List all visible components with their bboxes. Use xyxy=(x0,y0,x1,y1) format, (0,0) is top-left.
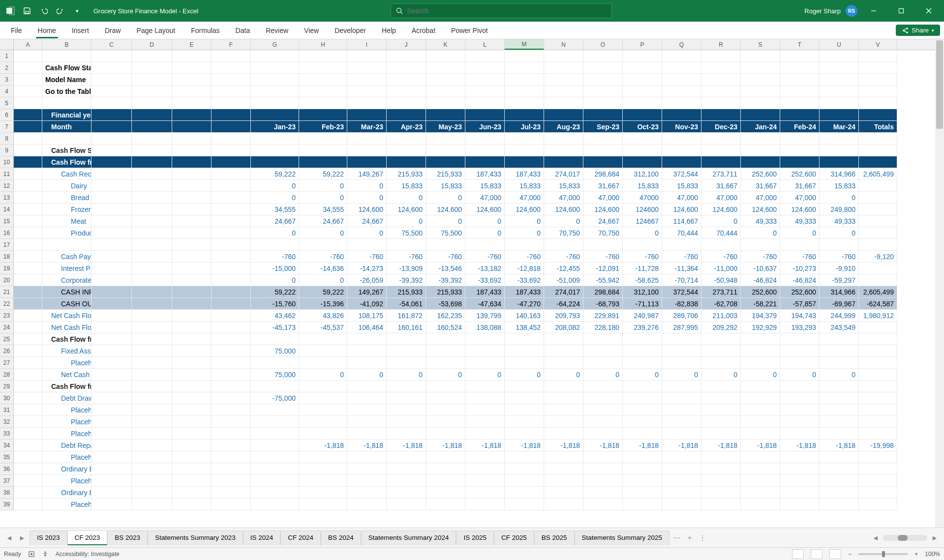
cell[interactable]: -10,273 xyxy=(780,263,820,274)
row-header[interactable]: 9 xyxy=(0,145,14,156)
share-button[interactable]: Share▾ xyxy=(896,25,940,36)
cell[interactable]: 0 xyxy=(426,192,465,204)
cell[interactable]: 138,452 xyxy=(505,322,544,333)
cell[interactable] xyxy=(544,381,583,392)
cell[interactable] xyxy=(132,451,172,463)
cell[interactable] xyxy=(859,428,897,440)
cell[interactable] xyxy=(91,227,132,239)
cell[interactable] xyxy=(14,416,42,428)
cell[interactable] xyxy=(623,74,662,86)
cell[interactable] xyxy=(299,357,347,369)
cell[interactable] xyxy=(701,416,741,428)
cell[interactable] xyxy=(859,463,897,475)
cell[interactable]: Cash Flow Statement xyxy=(42,62,91,74)
row-header[interactable]: 27 xyxy=(0,357,14,369)
zoom-out-button[interactable]: − xyxy=(848,551,852,558)
column-header-M[interactable]: M xyxy=(505,39,544,50)
cell[interactable] xyxy=(132,333,172,345)
cell[interactable] xyxy=(132,298,172,310)
column-header-K[interactable]: K xyxy=(426,39,465,50)
cell[interactable]: Placeholder 1 xyxy=(42,475,91,487)
cell[interactable] xyxy=(132,251,172,263)
cell[interactable] xyxy=(212,369,251,381)
cell[interactable]: 209,793 xyxy=(544,310,583,322)
cell[interactable] xyxy=(172,333,212,345)
cell[interactable] xyxy=(820,392,859,404)
cell[interactable] xyxy=(426,487,465,499)
cell[interactable] xyxy=(859,322,897,333)
cell[interactable]: 252,600 xyxy=(741,286,780,298)
cell[interactable] xyxy=(465,239,505,251)
cell[interactable]: Cash Flow from Financing Activities xyxy=(42,381,91,392)
cell[interactable] xyxy=(859,263,897,274)
cell[interactable] xyxy=(662,50,701,62)
cell[interactable]: -50,948 xyxy=(701,274,741,286)
redo-button[interactable] xyxy=(54,4,67,17)
cell[interactable] xyxy=(465,428,505,440)
row-header[interactable]: 11 xyxy=(0,168,14,180)
cell[interactable] xyxy=(14,215,42,227)
cell[interactable] xyxy=(91,251,132,263)
cell[interactable] xyxy=(347,381,387,392)
cell[interactable] xyxy=(426,463,465,475)
cell[interactable] xyxy=(583,50,623,62)
cell[interactable] xyxy=(465,487,505,499)
cell[interactable] xyxy=(172,168,212,180)
cell[interactable]: Dec-23 xyxy=(701,121,741,133)
cell[interactable] xyxy=(91,333,132,345)
cell[interactable] xyxy=(623,463,662,475)
cell[interactable] xyxy=(426,133,465,145)
view-page-layout-button[interactable] xyxy=(811,549,822,559)
cell[interactable] xyxy=(662,97,701,109)
cell[interactable] xyxy=(14,251,42,263)
cell[interactable] xyxy=(172,109,212,121)
cell[interactable] xyxy=(465,50,505,62)
cell[interactable]: 0 xyxy=(426,215,465,227)
cell[interactable] xyxy=(583,109,623,121)
cell[interactable]: -82,838 xyxy=(662,298,701,310)
cell[interactable] xyxy=(172,239,212,251)
cell[interactable] xyxy=(14,192,42,204)
row-header[interactable]: 32 xyxy=(0,416,14,428)
row-header[interactable]: 30 xyxy=(0,392,14,404)
cell[interactable] xyxy=(820,50,859,62)
cell[interactable] xyxy=(583,428,623,440)
cell[interactable] xyxy=(583,392,623,404)
cell[interactable] xyxy=(623,333,662,345)
cell[interactable] xyxy=(465,345,505,357)
cell[interactable] xyxy=(820,86,859,97)
cell[interactable] xyxy=(347,145,387,156)
cell[interactable] xyxy=(91,286,132,298)
cell[interactable] xyxy=(299,428,347,440)
cell[interactable] xyxy=(780,109,820,121)
cell[interactable] xyxy=(42,97,91,109)
cell[interactable] xyxy=(347,109,387,121)
cell[interactable] xyxy=(387,239,426,251)
cell[interactable]: 15,833 xyxy=(662,180,701,192)
row-header[interactable]: 14 xyxy=(0,204,14,215)
row-header[interactable]: 21 xyxy=(0,286,14,298)
cell[interactable] xyxy=(426,74,465,86)
cell[interactable] xyxy=(347,357,387,369)
cell[interactable]: 15,833 xyxy=(505,180,544,192)
cell[interactable] xyxy=(387,97,426,109)
cell[interactable]: 0 xyxy=(387,215,426,227)
sheet-add-button[interactable]: ＋ xyxy=(684,532,695,543)
cell[interactable] xyxy=(387,145,426,156)
cell[interactable]: Dairy xyxy=(42,180,91,192)
cell[interactable] xyxy=(583,463,623,475)
cell[interactable]: 239,276 xyxy=(623,322,662,333)
cell[interactable] xyxy=(132,109,172,121)
cell[interactable]: 0 xyxy=(251,227,299,239)
cell[interactable] xyxy=(859,333,897,345)
cell[interactable]: 47000 xyxy=(623,192,662,204)
cell[interactable] xyxy=(426,109,465,121)
cell[interactable]: Apr-23 xyxy=(387,121,426,133)
cell[interactable] xyxy=(172,62,212,74)
cell[interactable] xyxy=(662,451,701,463)
cell[interactable] xyxy=(387,62,426,74)
sheet-tab-cf-2025[interactable]: CF 2025 xyxy=(494,531,534,545)
cell[interactable] xyxy=(623,239,662,251)
cell[interactable]: Net Cash Flow from Operating Activities … xyxy=(42,322,91,333)
row-header[interactable]: 18 xyxy=(0,251,14,263)
